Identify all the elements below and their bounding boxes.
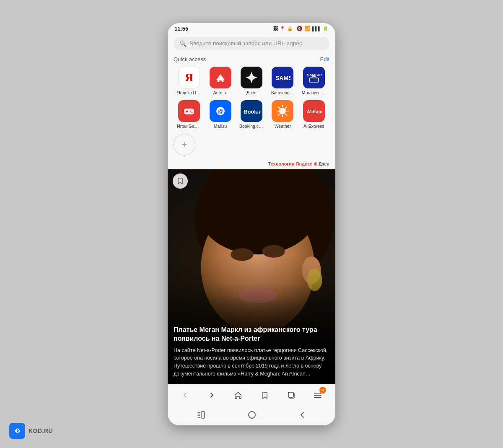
svg-point-35 (262, 245, 285, 257)
quick-access-label: Quick access (174, 56, 206, 62)
home-button[interactable] (231, 388, 246, 403)
android-home-button[interactable] (247, 410, 257, 420)
menu-button[interactable]: H (310, 388, 325, 403)
kod-icon (9, 423, 25, 439)
app-label-yandex: Яндекс.По... (177, 90, 201, 95)
svg-point-2 (221, 80, 223, 82)
news-card[interactable]: Платье Меган Маркл из африканского тура … (168, 169, 335, 384)
apps-grid: Я Яндекс.По... Auto.ru (174, 67, 329, 129)
svg-text:AliExpress: AliExpress (307, 109, 322, 114)
android-recent-button[interactable] (197, 411, 206, 419)
svg-rect-8 (186, 111, 188, 112)
bookmark-button[interactable] (257, 388, 272, 403)
svg-point-1 (217, 80, 219, 82)
zen-attribution: Технологии Яндекс ⊕ Дзен (168, 160, 335, 169)
android-nav (168, 406, 335, 425)
app-label-games: Игры Gam... (177, 124, 201, 129)
app-icon-samsung: SAMSUNG (272, 67, 293, 88)
news-text-block: Платье Меган Маркл из африканского тура … (168, 320, 335, 384)
search-icon: 🔍 (179, 40, 187, 47)
gallery-icon: 🖼 (273, 26, 278, 31)
svg-rect-5 (309, 78, 319, 82)
zen-attr-text: Технологии Яндекс ⊕ Дзен (268, 161, 329, 166)
svg-point-27 (194, 169, 333, 289)
add-icon[interactable]: + (174, 134, 195, 155)
app-icon-weather (272, 100, 293, 122)
svg-point-48 (249, 412, 255, 418)
app-samsung[interactable]: SAMSUNG Samsung ... (267, 67, 298, 95)
app-icon-dzen (241, 67, 262, 88)
app-icon-booking: Booking . (241, 100, 262, 122)
svg-rect-47 (201, 412, 205, 418)
kod-label: KOD.RU (29, 427, 53, 434)
svg-point-34 (231, 248, 253, 261)
plus-icon: + (182, 140, 187, 149)
app-label-samsung: Samsung ... (271, 90, 294, 95)
app-icon-games (178, 100, 200, 122)
svg-point-33 (239, 288, 277, 303)
svg-point-32 (307, 268, 322, 291)
quick-access-header: Quick access Edit (174, 56, 329, 62)
news-title: Платье Меган Маркл из африканского тура … (174, 326, 329, 343)
app-weather[interactable]: Weather (267, 100, 298, 129)
edit-button[interactable]: Edit (320, 56, 329, 62)
search-bar[interactable]: 🔍 Введите поисковый запрос или URL-адрес (174, 37, 329, 50)
svg-text:.: . (257, 109, 259, 113)
status-bar: 11:55 🖼 📍 🔒 🔇 📶 ▌▌▌ 🔋 (168, 23, 335, 34)
app-icon-yandex: Я (178, 67, 200, 88)
quick-access-section: Quick access Edit Я Яндекс.По... (168, 54, 335, 160)
svg-line-21 (278, 107, 280, 108)
svg-line-24 (278, 114, 280, 115)
svg-point-9 (190, 110, 192, 111)
back-button[interactable] (178, 388, 193, 403)
app-label-weather: Weather (275, 124, 291, 129)
svg-point-30 (198, 169, 318, 254)
app-games[interactable]: Игры Gam... (174, 100, 205, 129)
browser-nav: H (168, 384, 335, 406)
svg-rect-39 (288, 392, 293, 397)
watermark: KOD.RU (9, 423, 53, 439)
status-icons: 🖼 📍 🔒 🔇 📶 ▌▌▌ 🔋 (273, 26, 329, 31)
app-icon-autoru (210, 67, 231, 88)
app-booking[interactable]: Booking . Booking.com (236, 100, 267, 129)
svg-rect-6 (184, 109, 194, 114)
battery-icon: 🔋 (323, 26, 329, 31)
svg-text:@: @ (218, 108, 223, 114)
svg-point-16 (279, 108, 286, 114)
app-yandex[interactable]: Я Яндекс.По... (174, 67, 205, 95)
menu-badge: H (319, 387, 326, 394)
tabs-button[interactable] (284, 388, 299, 403)
app-label-dzen: Дзен (246, 90, 257, 95)
lock-icon: 🔒 (287, 26, 293, 31)
status-time: 11:55 (174, 26, 188, 32)
svg-point-29 (201, 201, 315, 333)
svg-line-22 (285, 114, 287, 115)
app-label-mailru: Mail.ru (214, 124, 227, 129)
app-samsung2[interactable]: SAMSUNG Магазин С... (298, 67, 329, 95)
forward-button[interactable] (204, 388, 219, 403)
svg-point-31 (302, 256, 321, 284)
app-icon-mailru: @ (210, 100, 231, 122)
app-label-booking: Booking.com (239, 124, 264, 129)
mute-icon: 🔇 (296, 26, 303, 31)
news-bookmark-button[interactable] (173, 174, 188, 189)
location-icon: 📍 (280, 26, 285, 31)
app-autoru[interactable]: Auto.ru (205, 67, 236, 95)
app-dzen[interactable]: Дзен (236, 67, 267, 95)
svg-point-10 (192, 111, 193, 113)
app-icon-aliexpress: AliExpress (303, 100, 325, 122)
search-bar-placeholder: Введите поисковый запрос или URL-адрес (189, 40, 302, 47)
phone-frame: 11:55 🖼 📍 🔒 🔇 📶 ▌▌▌ 🔋 🔍 Введите поисковы… (168, 23, 335, 425)
signal-icon: ▌▌▌ (312, 26, 321, 31)
app-label-samsung2: Магазин С... (302, 90, 326, 95)
search-bar-wrap: 🔍 Введите поисковый запрос или URL-адрес (168, 34, 335, 54)
android-back-button[interactable] (298, 411, 306, 419)
app-label-autoru: Auto.ru (213, 90, 228, 95)
news-body: На сайте Net-a-Porter появилось платье г… (174, 347, 329, 378)
add-shortcut[interactable]: + (174, 134, 195, 155)
app-aliexpress[interactable]: AliExpress AliExpress (298, 100, 329, 129)
app-mailru[interactable]: @ Mail.ru (205, 100, 236, 129)
svg-text:SAMSUNG: SAMSUNG (275, 75, 290, 81)
wifi-icon: 📶 (304, 26, 311, 31)
app-icon-samsung2: SAMSUNG (303, 67, 325, 88)
